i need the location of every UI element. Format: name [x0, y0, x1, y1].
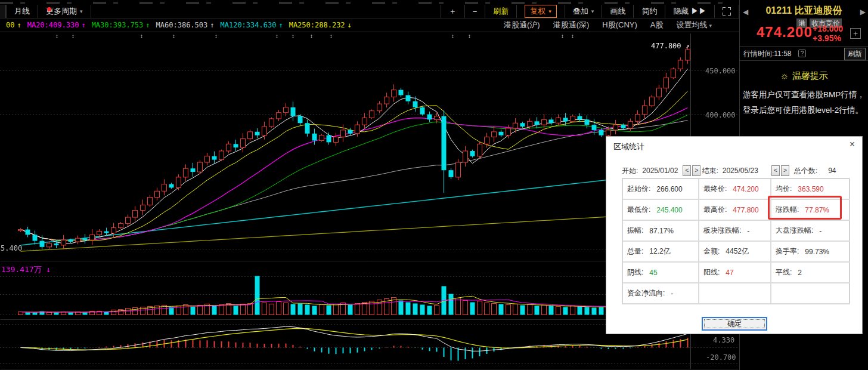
stat-cell: 阴线:45: [622, 262, 699, 283]
stat-value: 474.200: [733, 185, 758, 193]
change-absolute: +18.000: [813, 24, 843, 33]
tab-港股通(深)[interactable]: 港股通(深): [553, 20, 590, 30]
stat-cell: 大盘涨跌幅:-: [771, 220, 850, 241]
toolbar-button-画线[interactable]: 画线: [602, 5, 634, 18]
stat-label: 振幅:: [627, 226, 643, 236]
stat-cell: 换手率:99.73%: [771, 241, 850, 262]
market-tabs: 港股通(沪)港股通(深)H股(CNY)A股设置均线▾: [504, 20, 739, 30]
ma-value-label: MA120:334.630↑: [221, 21, 283, 29]
trend-arrow-icon: ↑: [17, 21, 21, 29]
end-date-value: 2025/05/23: [723, 166, 758, 175]
button-label: 刷新: [493, 6, 509, 17]
tab-label: 设置均线: [676, 20, 707, 29]
ma-indicator-bar: 00↑MA20:409.330↑MA30:393.753↑MA60:386.50…: [0, 18, 739, 32]
price-change: +18.000 +3.95%: [813, 24, 843, 43]
button-label: 叠加: [573, 6, 588, 17]
last-price: 474.200: [757, 24, 813, 41]
toolbar-button-复权[interactable]: 复权▾: [517, 5, 565, 18]
count-label: 总个数:: [794, 166, 817, 176]
stat-cell: 振幅:87.17%: [622, 220, 699, 241]
refresh-quote-button[interactable]: 刷新: [844, 48, 866, 60]
stat-label: 最低价:: [627, 205, 650, 215]
tab-港股通(沪)[interactable]: 港股通(沪): [504, 20, 540, 30]
stat-cell: 最低价:245.400: [622, 199, 699, 220]
stat-cell: 起始价:266.600: [622, 178, 699, 199]
stat-cell: 阳线:47: [699, 262, 771, 283]
region-statistics-dialog: 区域统计 × 开始:2025/01/02<>结束:2025/05/23<>总个数…: [606, 136, 863, 334]
ok-button[interactable]: 确定: [702, 317, 767, 331]
tab-设置均线[interactable]: 设置均线▾: [676, 20, 712, 30]
quote-time: 行情时间:11:58: [743, 49, 791, 59]
stat-cell: 涨跌幅:77.87%: [771, 199, 850, 220]
stat-cell: 平线:2: [771, 262, 850, 283]
close-icon[interactable]: ×: [850, 140, 855, 149]
toolbar-button-expand[interactable]: [715, 5, 739, 18]
stat-value: 245.400: [656, 206, 682, 214]
fullscreen-icon: [723, 7, 731, 16]
ma-value-label: MA60:386.503↑: [156, 21, 215, 29]
chevron-down-icon: ▾: [591, 8, 594, 14]
tab-H股(CNY)[interactable]: H股(CNY): [602, 20, 637, 30]
stat-label: 起始价:: [627, 184, 650, 194]
stat-label: 阴线:: [627, 267, 643, 278]
clipped-top-menu: [0, 0, 868, 5]
tab-A股[interactable]: A股: [650, 20, 664, 30]
trend-arrow-icon: ↑: [210, 21, 214, 29]
stat-value: -: [747, 227, 749, 235]
trend-arrow-icon: ↑: [81, 21, 85, 29]
notification-dot-icon: [47, 7, 51, 11]
toolbar-button-叠加[interactable]: 叠加▾: [565, 5, 603, 18]
ma-text: 00: [6, 21, 14, 29]
chevron-down-icon: ▾: [80, 8, 83, 14]
stat-cell: 板块涨跌幅:-: [699, 220, 771, 241]
stat-value: 99.73%: [805, 248, 829, 256]
toolbar-button-简约[interactable]: 简约: [634, 5, 665, 18]
change-percent: +3.95%: [813, 33, 843, 43]
stat-label: 均价:: [776, 184, 792, 194]
end-prev-button[interactable]: <: [771, 165, 780, 176]
toolbar-button-刷新[interactable]: 刷新: [485, 5, 517, 18]
ma-text: MA120:334.630: [221, 21, 277, 29]
start-next-button[interactable]: >: [692, 165, 700, 176]
ma-value-label: MA250:288.232↓: [289, 21, 352, 29]
stat-value: 363.590: [798, 185, 823, 193]
corner: [728, 13, 731, 16]
clipped-toolbar-button[interactable]: [0, 5, 6, 18]
end-next-button[interactable]: >: [781, 165, 789, 176]
button-label: ＋: [449, 6, 457, 17]
stat-value: 4452亿: [726, 246, 749, 257]
ma-text: MA250:288.232: [289, 21, 345, 29]
toolbar-button-月线[interactable]: 月线: [6, 5, 38, 18]
tab-label: 港股通(沪): [504, 20, 540, 29]
app-window: 月线更多周期▾ ＋−刷新复权▾叠加▾画线简约隐藏 ▶▶ 00↑MA20:409.…: [0, 0, 868, 370]
tab-label: 港股通(深): [553, 20, 590, 29]
stat-value: 87.17%: [649, 227, 674, 235]
toolbar-button-隐藏 ▶▶[interactable]: 隐藏 ▶▶: [665, 5, 715, 18]
stat-cell-empty: [771, 283, 850, 304]
stat-label: 换手率:: [776, 246, 799, 257]
stat-label: 阳线:: [703, 267, 720, 278]
start-date-value: 2025/01/02: [642, 166, 678, 175]
stat-cell-empty: [699, 283, 771, 304]
stat-value: 12.2亿: [649, 246, 670, 257]
add-to-watchlist-button[interactable]: ＋: [850, 28, 861, 39]
stat-value: 477.800: [733, 206, 758, 214]
stat-value: 77.87%: [805, 206, 829, 214]
stat-value: 45: [649, 269, 657, 277]
stat-label: 最高价:: [703, 205, 727, 215]
tab-label: H股(CNY): [602, 20, 637, 29]
ma-text: MA60:386.503: [156, 21, 208, 29]
period-buttons: 月线更多周期▾: [6, 5, 91, 18]
corner: [723, 13, 726, 16]
stat-cell: 总量:12.2亿: [622, 241, 699, 262]
stat-cell: 资金净流向:-: [622, 283, 699, 304]
end-date-label: 结束:: [702, 166, 718, 176]
start-prev-button[interactable]: <: [683, 165, 691, 176]
toolbar-button-＋[interactable]: ＋: [441, 5, 465, 18]
toolbar-button-更多周期[interactable]: 更多周期▾: [38, 5, 91, 18]
fuquan-inner: 复权▾: [525, 5, 557, 18]
toolbar-button-−[interactable]: −: [465, 5, 486, 18]
start-date-label: 开始:: [622, 166, 638, 176]
help-icon[interactable]: ?: [798, 50, 806, 57]
tip-body-text: 游客用户仅可查看港股BMP行情，登录后您可使用港股level-2行情。: [743, 87, 867, 118]
